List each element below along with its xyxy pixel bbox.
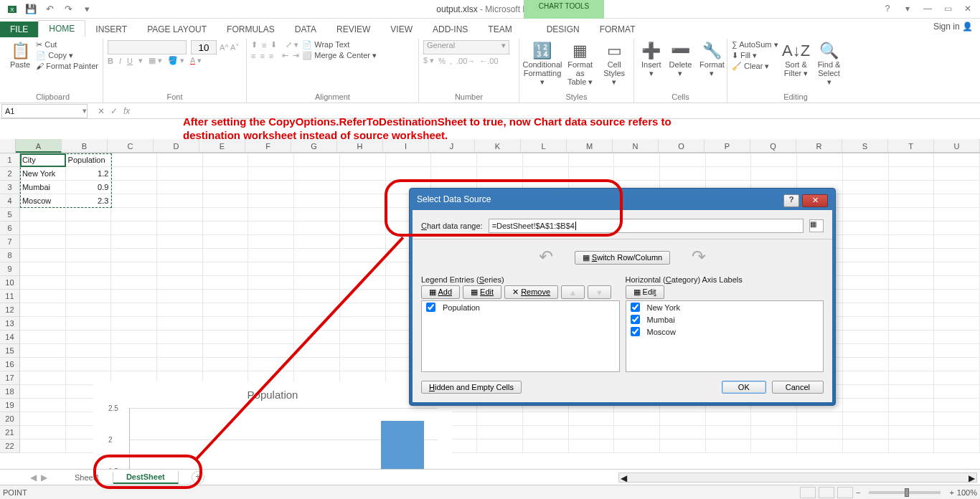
cell[interactable] — [203, 331, 249, 344]
column-header[interactable]: C — [108, 139, 154, 153]
cell[interactable] — [843, 262, 889, 276]
cell[interactable] — [934, 167, 980, 181]
column-header[interactable]: N — [613, 139, 659, 153]
cell[interactable] — [797, 439, 843, 453]
dialog-close-icon[interactable]: ✕ — [802, 194, 828, 207]
cell[interactable] — [203, 235, 249, 249]
cell[interactable]: Mumbai — [20, 181, 66, 194]
zoom-slider[interactable] — [869, 491, 941, 494]
cell[interactable] — [66, 303, 112, 317]
cell[interactable] — [934, 276, 980, 290]
cell[interactable] — [934, 235, 980, 249]
chart-data-range-input[interactable]: =DestSheet!$A$1:$B$4 — [489, 219, 804, 233]
font-size-combo[interactable] — [191, 40, 217, 54]
cell[interactable] — [934, 208, 980, 222]
cell[interactable] — [294, 276, 340, 290]
cell[interactable] — [111, 249, 157, 262]
cell[interactable] — [523, 426, 569, 439]
cell[interactable] — [934, 331, 980, 344]
increase-decimal-icon[interactable]: .00→ — [456, 57, 475, 65]
cell[interactable] — [294, 290, 340, 303]
ok-button[interactable]: OK — [722, 381, 766, 394]
align-bottom-icon[interactable]: ⬇ — [270, 40, 277, 49]
category-checkbox[interactable] — [631, 303, 640, 312]
tab-addins[interactable]: ADD-INS — [423, 22, 478, 37]
save-icon[interactable]: 💾 — [23, 2, 39, 16]
cell[interactable] — [934, 426, 980, 439]
cell[interactable]: Moscow — [20, 194, 66, 208]
view-page-layout-icon[interactable] — [819, 487, 834, 498]
cell[interactable] — [751, 426, 797, 439]
row-header[interactable]: 9 — [0, 262, 20, 276]
cell[interactable] — [889, 208, 935, 222]
merge-center-button[interactable]: ⬜ Merge & Center ▾ — [302, 51, 377, 60]
switch-row-column-button[interactable]: ▦ Switch Row/Column — [575, 251, 671, 265]
cell[interactable] — [660, 167, 706, 181]
font-name-combo[interactable] — [108, 40, 187, 54]
cell[interactable] — [843, 385, 889, 399]
cell[interactable] — [294, 167, 340, 181]
cell-styles-button[interactable]: ▭Cell Styles ▾ — [599, 40, 629, 87]
tab-insert[interactable]: INSERT — [85, 22, 137, 37]
cell[interactable] — [889, 331, 935, 344]
cell[interactable] — [294, 153, 340, 167]
cell[interactable] — [20, 303, 66, 317]
cell[interactable] — [157, 358, 203, 371]
cell[interactable] — [111, 235, 157, 249]
cell[interactable] — [111, 194, 157, 208]
cell[interactable] — [934, 358, 980, 371]
series-move-down-button[interactable]: ▼ — [588, 285, 611, 299]
view-normal-icon[interactable] — [800, 487, 816, 498]
cell[interactable] — [66, 235, 112, 249]
cell[interactable] — [477, 167, 523, 181]
tab-review[interactable]: REVIEW — [326, 22, 380, 37]
cell[interactable] — [843, 331, 889, 344]
decrease-indent-icon[interactable]: ⇤ — [282, 51, 288, 60]
cell[interactable] — [614, 153, 660, 167]
cell[interactable] — [889, 344, 935, 358]
cell[interactable] — [523, 439, 569, 453]
cell[interactable] — [569, 426, 615, 439]
sort-filter-button[interactable]: A↓ZSort & Filter ▾ — [781, 40, 811, 79]
cell[interactable] — [889, 194, 935, 208]
cell[interactable] — [248, 331, 294, 344]
cell[interactable] — [431, 153, 477, 167]
cell[interactable] — [889, 439, 935, 453]
cell[interactable] — [843, 358, 889, 371]
list-item[interactable]: Moscow — [626, 325, 824, 338]
column-header[interactable]: B — [62, 139, 108, 153]
fill-button[interactable]: ⬇ Fill ▾ — [732, 51, 778, 60]
cell[interactable] — [157, 222, 203, 235]
cell[interactable]: City — [20, 153, 66, 167]
column-header[interactable]: E — [199, 139, 245, 153]
cell[interactable] — [248, 249, 294, 262]
cell[interactable] — [157, 303, 203, 317]
cell[interactable] — [706, 153, 752, 167]
help-icon[interactable]: ? — [878, 1, 897, 16]
cell[interactable] — [66, 276, 112, 290]
formula-enter-icon[interactable]: ✓ — [110, 106, 118, 116]
format-painter-button[interactable]: 🖌 Format Painter — [36, 62, 98, 70]
cell[interactable] — [20, 371, 66, 385]
cell[interactable] — [934, 262, 980, 276]
cell[interactable] — [248, 194, 294, 208]
cell[interactable] — [248, 181, 294, 194]
redo-icon[interactable]: ↷ — [60, 2, 76, 16]
maximize-icon[interactable]: ▭ — [938, 1, 957, 16]
cell[interactable] — [934, 222, 980, 235]
cell[interactable] — [889, 167, 935, 181]
percent-icon[interactable]: % — [438, 57, 446, 65]
cell[interactable] — [20, 426, 66, 439]
cell[interactable] — [248, 303, 294, 317]
sheet-tab-destsheet[interactable]: DestSheet — [113, 471, 179, 484]
cell[interactable] — [340, 317, 386, 331]
cell[interactable] — [934, 385, 980, 399]
row-header[interactable]: 7 — [0, 235, 20, 249]
row-header[interactable]: 6 — [0, 222, 20, 235]
minimize-icon[interactable]: — — [918, 1, 937, 16]
cut-button[interactable]: ✂ Cut — [36, 40, 98, 49]
cell[interactable]: 0.9 — [66, 181, 112, 194]
cell[interactable]: 1.2 — [66, 167, 112, 181]
cell[interactable] — [111, 276, 157, 290]
tab-page-layout[interactable]: PAGE LAYOUT — [137, 22, 217, 37]
